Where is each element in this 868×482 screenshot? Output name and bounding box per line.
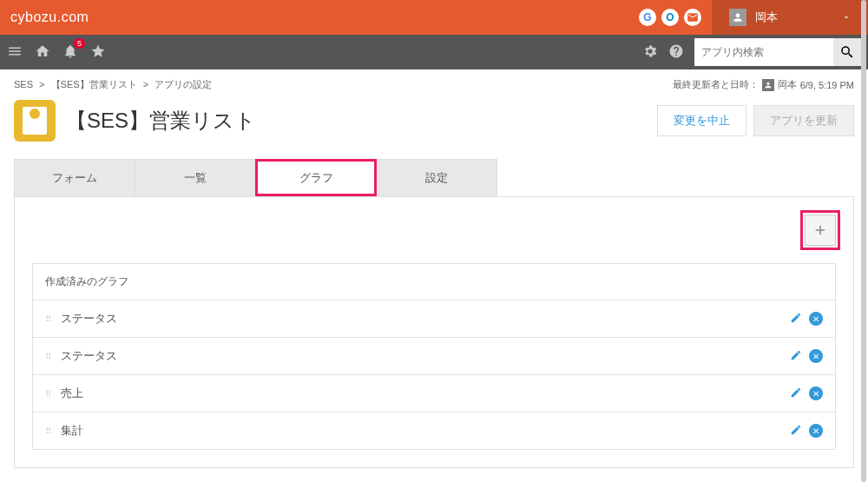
delete-icon[interactable]: ✕ (809, 349, 823, 363)
graph-table-header: 作成済みのグラフ (33, 264, 835, 300)
person-icon (762, 79, 774, 91)
tab-list[interactable]: 一覧 (135, 159, 256, 196)
graph-actions: ✕ (790, 424, 823, 439)
breadcrumb-row: SES > 【SES】営業リスト > アプリの設定 最終更新者と日時： 岡本 6… (14, 78, 854, 91)
edit-icon[interactable] (790, 349, 802, 364)
edit-icon[interactable] (790, 312, 802, 327)
home-icon[interactable] (35, 43, 50, 62)
graph-row: ⠿ 売上 ✕ (33, 375, 835, 413)
breadcrumb-current: アプリの設定 (155, 79, 212, 89)
user-menu[interactable]: 岡本 (712, 0, 868, 35)
tabs: フォーム 一覧 グラフ 設定 (14, 159, 854, 197)
tab-form[interactable]: フォーム (14, 159, 135, 196)
update-label: 最終更新者と日時： (673, 78, 759, 91)
update-app-button[interactable]: アプリを更新 (753, 105, 854, 136)
app-title: 【SES】営業リスト (66, 107, 256, 135)
scrollbar[interactable] (861, 0, 866, 477)
header-app-icons: G O (639, 9, 712, 26)
breadcrumb: SES > 【SES】営業リスト > アプリの設定 (14, 78, 212, 91)
add-graph-button[interactable] (805, 215, 836, 246)
graph-row: ⠿ ステータス ✕ (33, 338, 835, 375)
menu-icon[interactable] (7, 43, 23, 62)
tab-content: 作成済みのグラフ ⠿ ステータス ✕ ⠿ ステータス ✕ ⠿ 売上 ✕ ⠿ 集計 (14, 197, 854, 468)
cancel-button[interactable]: 変更を中止 (657, 105, 746, 136)
user-name: 岡本 (755, 10, 778, 25)
sub-header-right (642, 38, 861, 66)
graph-name: ステータス (61, 311, 790, 327)
delete-icon[interactable]: ✕ (809, 424, 823, 438)
drag-handle-icon[interactable]: ⠿ (45, 426, 52, 436)
update-user: 岡本 (778, 78, 797, 91)
delete-icon[interactable]: ✕ (809, 386, 823, 400)
delete-icon[interactable]: ✕ (809, 312, 823, 326)
graph-name: ステータス (61, 348, 790, 364)
star-icon[interactable] (90, 43, 106, 62)
app-icon-g[interactable]: G (639, 9, 656, 26)
search-button[interactable] (833, 38, 861, 66)
notification-bell-icon[interactable]: 5 (62, 43, 78, 62)
chevron-down-icon (842, 13, 851, 22)
top-header: cybozu.com G O 岡本 (0, 0, 868, 35)
search-input[interactable] (694, 38, 833, 66)
tab-settings[interactable]: 設定 (376, 159, 497, 196)
graph-table: 作成済みのグラフ ⠿ ステータス ✕ ⠿ ステータス ✕ ⠿ 売上 ✕ ⠿ 集計 (32, 263, 836, 450)
search-icon (839, 44, 855, 60)
graph-actions: ✕ (790, 312, 823, 327)
title-row: 【SES】営業リスト 変更を中止 アプリを更新 (14, 100, 854, 142)
title-actions: 変更を中止 アプリを更新 (657, 105, 854, 136)
user-avatar-icon (729, 9, 746, 26)
sub-header-left: 5 (7, 43, 106, 62)
graph-actions: ✕ (790, 349, 823, 364)
edit-icon[interactable] (790, 386, 802, 401)
gear-icon[interactable] (642, 43, 658, 62)
drag-handle-icon[interactable]: ⠿ (45, 314, 52, 324)
app-icon-mail[interactable] (684, 9, 701, 26)
plus-icon (812, 222, 828, 238)
id-card-icon (23, 107, 47, 135)
graph-name: 売上 (61, 386, 790, 401)
app-icon (14, 100, 56, 142)
graph-actions: ✕ (790, 386, 823, 401)
notification-badge: 5 (74, 38, 85, 49)
search-box (694, 38, 861, 66)
app-icon-o[interactable]: O (661, 9, 679, 26)
breadcrumb-item[interactable]: 【SES】営業リスト (51, 79, 137, 89)
breadcrumb-sep: > (143, 79, 148, 89)
brand-logo: cybozu.com (10, 10, 89, 25)
sub-header: 5 (0, 35, 868, 69)
breadcrumb-sep: > (39, 79, 44, 89)
add-row (32, 215, 836, 246)
update-info: 最終更新者と日時： 岡本 6/9, 5:19 PM (673, 78, 854, 91)
header-right: G O 岡本 (639, 0, 868, 35)
drag-handle-icon[interactable]: ⠿ (45, 352, 52, 361)
graph-row: ⠿ ステータス ✕ (33, 300, 835, 338)
update-datetime: 6/9, 5:19 PM (800, 80, 854, 90)
graph-name: 集計 (61, 423, 790, 439)
main-content: SES > 【SES】営業リスト > アプリの設定 最終更新者と日時： 岡本 6… (0, 69, 868, 477)
tab-graph[interactable]: グラフ (255, 159, 377, 196)
help-icon[interactable] (668, 43, 684, 62)
drag-handle-icon[interactable]: ⠿ (45, 389, 52, 399)
edit-icon[interactable] (790, 424, 802, 439)
graph-row: ⠿ 集計 ✕ (33, 413, 835, 449)
breadcrumb-item[interactable]: SES (14, 79, 33, 89)
